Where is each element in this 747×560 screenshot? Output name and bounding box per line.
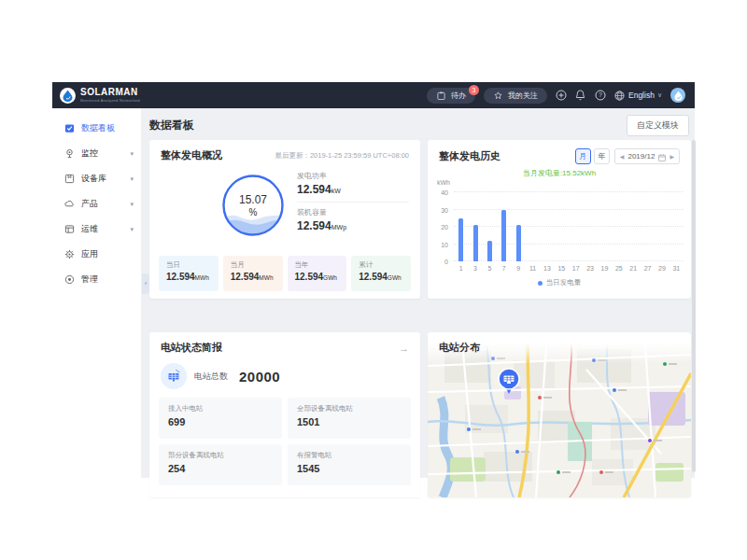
caret-down-icon: ▾ — [130, 201, 134, 208]
arrow-right-icon[interactable]: → — [399, 343, 409, 354]
year-toggle-button[interactable]: 年 — [594, 148, 610, 164]
sidebar-item-label: 运维 — [81, 223, 130, 235]
metric-value: 12.594 — [297, 183, 331, 196]
chart-bars — [454, 192, 684, 261]
stat-year: 当年 12.594GWh — [288, 256, 347, 291]
page-title: 数据看板 — [149, 118, 194, 133]
status-card-title: 电站状态简报 — [161, 341, 222, 355]
overview-card-title: 整体发电概况 — [161, 148, 222, 162]
bell-icon[interactable] — [575, 90, 586, 101]
dashboard-icon — [63, 123, 75, 134]
chevron-down-icon: ∨ — [657, 91, 662, 99]
chart-legend: 当日发电量 — [428, 278, 691, 287]
user-avatar[interactable] — [670, 88, 685, 103]
next-month-icon[interactable]: ▶ — [669, 153, 674, 160]
prev-month-icon[interactable]: ◀ — [620, 153, 625, 160]
bar-day-5[interactable] — [487, 241, 492, 261]
follow-label: 我的关注 — [508, 91, 538, 101]
sidebar-item-label: 设备库 — [81, 173, 130, 185]
bar-day-3[interactable] — [473, 225, 478, 261]
todo-button[interactable]: 待办 3 — [427, 88, 475, 104]
add-circle-icon[interactable] — [556, 90, 567, 101]
caret-down-icon: ▾ — [130, 175, 134, 183]
clipboard-icon — [436, 90, 447, 101]
sidebar-item-label: 数据看板 — [81, 122, 134, 134]
generation-gauge: 15.07 % — [222, 175, 284, 236]
last-update-text: 最后更新：2019-1-25 23:59:59 UTC+08:00 — [275, 151, 409, 161]
generation-bar-chart: kWh 010203040 — [437, 192, 684, 261]
chart-x-axis: 135791113151723192521272931 — [454, 265, 684, 272]
stat-all-offline-stations: 全部设备离线电站 1501 — [288, 398, 411, 439]
scrollbar[interactable] — [692, 140, 696, 472]
bar-day-7[interactable] — [501, 210, 506, 262]
solarman-drop-icon — [60, 88, 76, 104]
gauge-unit: % — [249, 207, 258, 217]
solarman-logo[interactable]: SOLARMAN Monitored Analyzed Networked — [60, 88, 140, 104]
stat-connecting-stations: 接入中电站 699 — [159, 398, 282, 439]
caret-down-icon: ▾ — [130, 150, 134, 158]
status-card: 电站状态简报 → 电站总数 20000 接入中电站 699 全部设备离线电站 1… — [149, 332, 420, 497]
sidebar-item-label: 监控 — [81, 147, 130, 160]
map-card: 电站分布 — [428, 332, 691, 497]
sidebar-item-monitor[interactable]: 监控 ▾ — [52, 141, 141, 166]
star-icon — [493, 90, 504, 101]
top-navbar: SOLARMAN Monitored Analyzed Networked 待办… — [52, 82, 695, 108]
overview-card: 整体发电概况 最后更新：2019-1-25 23:59:59 UTC+08:00… — [149, 140, 420, 299]
target-icon — [63, 274, 75, 286]
plant-icon — [161, 363, 187, 389]
sidebar-item-devices[interactable]: 设备库 ▾ — [52, 166, 141, 191]
chart-y-axis: 010203040 — [437, 192, 450, 261]
station-total-label: 电站总数 — [194, 371, 228, 383]
station-distribution-map[interactable] — [428, 332, 691, 497]
date-picker-value: 2019/12 — [627, 152, 655, 161]
history-card: 整体发电历史 月 年 ◀ 2019/12 ▶ 当月发电量:15.52kWh — [428, 140, 691, 299]
sidebar-item-admin[interactable]: 管理 — [52, 267, 141, 292]
chart-subtitle: 当月发电量:15.52kWh — [428, 168, 691, 178]
product-cloud-icon — [63, 199, 75, 210]
metric-power: 发电功率 12.594kW — [297, 171, 409, 196]
todo-label: 待办 — [451, 91, 466, 101]
svg-text:?: ? — [599, 91, 602, 98]
sidebar-item-ops[interactable]: 运维 ▾ — [52, 217, 141, 242]
metric-unit: kW — [331, 188, 341, 194]
globe-icon — [614, 90, 626, 101]
caret-down-icon: ▾ — [130, 226, 134, 233]
sidebar-item-label: 应用 — [81, 248, 134, 260]
ops-grid-icon — [63, 224, 75, 235]
sidebar-item-label: 产品 — [81, 198, 130, 210]
stat-today: 当日 12.594MWh — [159, 256, 218, 291]
sidebar-item-apps[interactable]: 应用 — [52, 242, 141, 267]
bar-day-1[interactable] — [458, 218, 463, 261]
calendar-icon — [658, 148, 666, 165]
sidebar-item-dashboard[interactable]: 数据看板 — [52, 116, 141, 141]
month-toggle-button[interactable]: 月 — [575, 148, 591, 164]
sidebar-item-label: 管理 — [81, 273, 134, 286]
metric-capacity: 装机容量 12.594MWp — [297, 207, 409, 232]
my-follow-button[interactable]: 我的关注 — [484, 88, 547, 104]
stat-month: 当月 12.594MWh — [223, 256, 283, 291]
metric-value: 12.594 — [297, 219, 331, 232]
gear-icon — [63, 249, 75, 260]
stat-partial-offline-stations: 部分设备离线电站 254 — [159, 444, 282, 485]
sidebar-item-products[interactable]: 产品 ▾ — [52, 191, 141, 217]
stat-cumulative: 累计 12.594GWh — [351, 256, 411, 291]
help-icon[interactable]: ? — [595, 90, 606, 101]
todo-badge: 3 — [469, 85, 479, 95]
app-window: SOLARMAN Monitored Analyzed Networked 待办… — [52, 82, 695, 478]
metric-unit: MWp — [331, 224, 346, 231]
metric-label: 发电功率 — [297, 171, 409, 181]
language-selector[interactable]: English ∨ — [614, 90, 662, 101]
brand-name: SOLARMAN — [80, 88, 140, 97]
history-card-title: 整体发电历史 — [439, 149, 500, 163]
language-label: English — [628, 91, 655, 100]
sidebar-collapse-handle[interactable]: ‹ — [142, 273, 149, 294]
monitor-icon — [63, 148, 75, 160]
sidebar: 数据看板 监控 ▾ 设备库 ▾ 产品 ▾ 运维 ▾ 应用 管理 — [52, 108, 142, 478]
y-axis-unit-label: kWh — [437, 179, 450, 186]
legend-dot-icon — [538, 281, 543, 286]
date-picker[interactable]: ◀ 2019/12 ▶ — [614, 148, 680, 164]
bar-day-9[interactable] — [516, 225, 521, 261]
metric-label: 装机容量 — [297, 207, 409, 217]
main-content: ‹ 数据看板 自定义模块 整体发电概况 最后更新：2019-1-25 23:59… — [142, 108, 695, 478]
customize-modules-button[interactable]: 自定义模块 — [627, 115, 689, 136]
